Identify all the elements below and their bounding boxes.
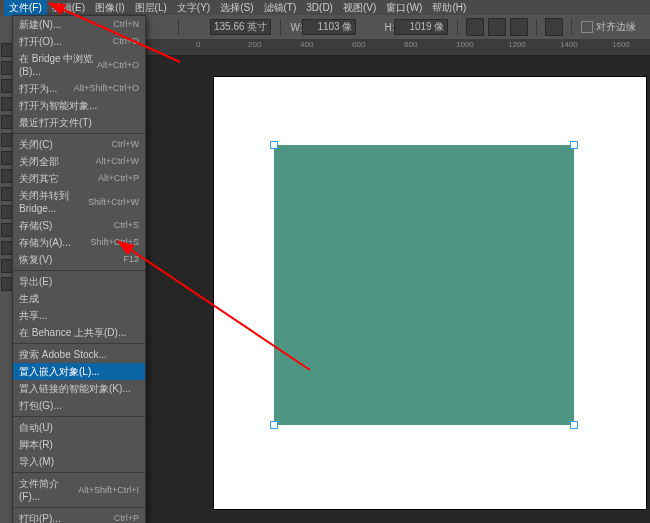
menu-item[interactable]: 新建(N)...Ctrl+N <box>13 16 145 33</box>
menu-item[interactable]: 关闭并转到 Bridge...Shift+Ctrl+W <box>13 187 145 217</box>
menu-item-label: 打印(P)... <box>19 512 61 523</box>
menubar-item[interactable]: 选择(S) <box>215 0 258 16</box>
menubar-item[interactable]: 文字(Y) <box>172 0 215 16</box>
ruler-tick: 1200 <box>508 40 526 49</box>
opt-icon-2[interactable] <box>488 18 506 36</box>
menu-item-shortcut: Shift+Ctrl+S <box>90 236 139 249</box>
zoom-field: 135.66 英寸 <box>210 19 271 35</box>
menubar-item[interactable]: 帮助(H) <box>427 0 471 16</box>
menu-item-label: 打开为... <box>19 82 57 95</box>
menu-item[interactable]: 搜索 Adobe Stock... <box>13 346 145 363</box>
link-wh-icon[interactable] <box>361 18 379 36</box>
menu-item-label: 自动(U) <box>19 421 53 434</box>
menu-item-shortcut: Ctrl+W <box>111 138 139 151</box>
menu-item[interactable]: 自动(U) <box>13 419 145 436</box>
h-value[interactable]: 1019 像 <box>394 19 448 35</box>
menu-item[interactable]: 在 Behance 上共享(D)... <box>13 324 145 341</box>
menu-item-shortcut: Ctrl+P <box>114 512 139 523</box>
menu-item[interactable]: 置入链接的智能对象(K)... <box>13 380 145 397</box>
menu-item-shortcut: Alt+Ctrl+O <box>97 59 139 72</box>
menu-item[interactable]: 打开(O)...Ctrl+O <box>13 33 145 50</box>
anchor-icon[interactable] <box>187 18 205 36</box>
w-value[interactable]: 1103 像 <box>302 19 356 35</box>
menu-item-label: 置入嵌入对象(L)... <box>19 365 100 378</box>
opt-icon-4[interactable] <box>545 18 563 36</box>
menu-item-shortcut: Ctrl+O <box>113 35 139 48</box>
menu-item[interactable]: 关闭(C)Ctrl+W <box>13 136 145 153</box>
menu-item-shortcut: F12 <box>123 253 139 266</box>
menu-item[interactable]: 存储(S)Ctrl+S <box>13 217 145 234</box>
ruler-tick: 1400 <box>560 40 578 49</box>
menu-item-label: 导出(E) <box>19 275 52 288</box>
menu-item-label: 新建(N)... <box>19 18 61 31</box>
menubar-item[interactable]: 图像(I) <box>90 0 129 16</box>
menubar-item[interactable]: 窗口(W) <box>381 0 427 16</box>
transform-handle-br[interactable] <box>570 421 578 429</box>
menu-item-shortcut: Alt+Shift+Ctrl+I <box>78 484 139 497</box>
menu-item[interactable]: 置入嵌入对象(L)... <box>13 363 145 380</box>
menu-item[interactable]: 在 Bridge 中浏览(B)...Alt+Ctrl+O <box>13 50 145 80</box>
menu-item[interactable]: 打包(G)... <box>13 397 145 414</box>
menu-item-label: 存储(S) <box>19 219 52 232</box>
transform-handle-tl[interactable] <box>270 141 278 149</box>
transform-handle-tr[interactable] <box>570 141 578 149</box>
menu-item[interactable]: 关闭全部Alt+Ctrl+W <box>13 153 145 170</box>
placement-icon[interactable] <box>152 18 170 36</box>
menu-item-shortcut: Ctrl+N <box>113 18 139 31</box>
w-label: W: <box>290 22 302 33</box>
menu-item-label: 关闭其它 <box>19 172 59 185</box>
menu-item[interactable]: 共享... <box>13 307 145 324</box>
menu-item-shortcut: Alt+Shift+Ctrl+O <box>74 82 139 95</box>
menu-item-label: 生成 <box>19 292 39 305</box>
placed-rectangle[interactable] <box>274 145 574 425</box>
menu-item-label: 搜索 Adobe Stock... <box>19 348 107 361</box>
document-canvas[interactable] <box>214 77 646 509</box>
menu-item[interactable]: 文件简介(F)...Alt+Shift+Ctrl+I <box>13 475 145 505</box>
menu-item[interactable]: 打印(P)...Ctrl+P <box>13 510 145 523</box>
menu-item-label: 脚本(R) <box>19 438 53 451</box>
menu-item-label: 文件简介(F)... <box>19 477 78 503</box>
menu-item-label: 关闭并转到 Bridge... <box>19 189 88 215</box>
menu-item[interactable]: 生成 <box>13 290 145 307</box>
menu-item[interactable]: 关闭其它Alt+Ctrl+P <box>13 170 145 187</box>
align-edges-check[interactable]: 对齐边缘 <box>581 20 636 34</box>
ruler-tick: 400 <box>300 40 313 49</box>
checkbox-icon <box>581 21 593 33</box>
menu-item-label: 关闭(C) <box>19 138 53 151</box>
ruler-tick: 800 <box>404 40 417 49</box>
ruler-tick: 1000 <box>456 40 474 49</box>
menubar-item[interactable]: 滤镜(T) <box>259 0 302 16</box>
menu-item-label: 打包(G)... <box>19 399 62 412</box>
opt-icon-3[interactable] <box>510 18 528 36</box>
menubar-item[interactable]: 3D(D) <box>301 1 338 14</box>
menu-item-label: 在 Behance 上共享(D)... <box>19 326 126 339</box>
menu-item[interactable]: 打开为...Alt+Shift+Ctrl+O <box>13 80 145 97</box>
menubar-item[interactable]: 视图(V) <box>338 0 381 16</box>
menubar-item[interactable]: 图层(L) <box>130 0 172 16</box>
menu-item[interactable]: 导入(M) <box>13 453 145 470</box>
menu-item-label: 导入(M) <box>19 455 54 468</box>
align-edges-label: 对齐边缘 <box>596 20 636 34</box>
h-label: H: <box>384 22 394 33</box>
menu-item-shortcut: Alt+Ctrl+W <box>95 155 139 168</box>
menubar-item[interactable]: 编辑(E) <box>47 0 90 16</box>
menu-item[interactable]: 导出(E) <box>13 273 145 290</box>
menu-item[interactable]: 最近打开文件(T) <box>13 114 145 131</box>
zoom-value[interactable]: 135.66 英寸 <box>210 19 271 35</box>
menu-item[interactable]: 存储为(A)...Shift+Ctrl+S <box>13 234 145 251</box>
ruler-tick: 0 <box>196 40 200 49</box>
menu-item-label: 存储为(A)... <box>19 236 71 249</box>
menu-item-label: 打开(O)... <box>19 35 62 48</box>
menu-item[interactable]: 脚本(R) <box>13 436 145 453</box>
menubar: 文件(F)编辑(E)图像(I)图层(L)文字(Y)选择(S)滤镜(T)3D(D)… <box>0 0 650 15</box>
menu-item-label: 恢复(V) <box>19 253 52 266</box>
menu-item-label: 置入链接的智能对象(K)... <box>19 382 131 395</box>
menu-item[interactable]: 打开为智能对象... <box>13 97 145 114</box>
ruler-tick: 600 <box>352 40 365 49</box>
ruler-horizontal: 020040060080010001200140016001800 <box>146 39 650 56</box>
menu-item-label: 共享... <box>19 309 47 322</box>
transform-handle-bl[interactable] <box>270 421 278 429</box>
menu-item[interactable]: 恢复(V)F12 <box>13 251 145 268</box>
menubar-item[interactable]: 文件(F) <box>4 0 47 16</box>
opt-icon-1[interactable] <box>466 18 484 36</box>
